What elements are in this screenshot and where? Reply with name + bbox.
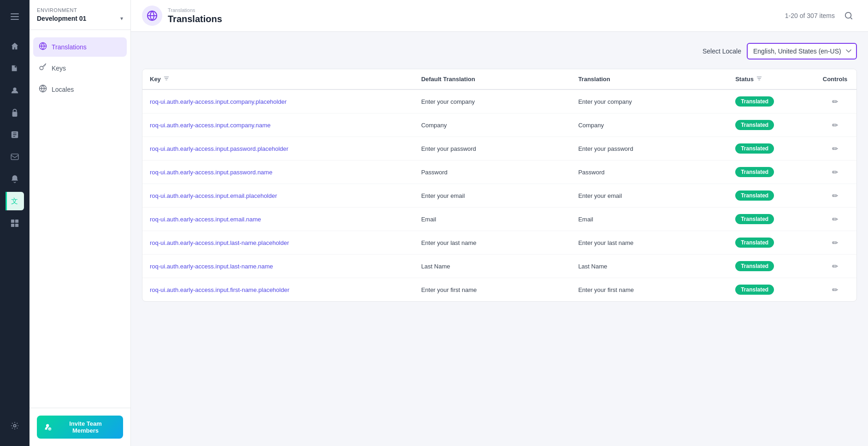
cell-default-translation: Enter your company [414, 89, 571, 113]
sidebar-item-locales[interactable]: Locales [33, 80, 127, 99]
svg-point-12 [13, 424, 16, 427]
cell-default-translation: Email [414, 208, 571, 231]
sidebar-item-keys-label: Keys [52, 65, 66, 72]
nav-tasks-icon[interactable] [6, 125, 24, 144]
status-badge: Translated [735, 167, 774, 177]
cell-controls: ✏ [814, 278, 856, 302]
breadcrumb: Translations [168, 7, 222, 13]
cell-translation: Enter your last name [571, 231, 728, 255]
svg-point-13 [40, 66, 43, 70]
cell-controls: ✏ [814, 231, 856, 255]
cell-controls: ✏ [814, 255, 856, 278]
edit-button[interactable]: ✏ [830, 261, 840, 272]
page-title-text: Translations Translations [168, 7, 222, 24]
sidebar-item-keys[interactable]: Keys [33, 59, 127, 78]
search-button[interactable] [840, 7, 857, 24]
cell-translation: Enter your company [571, 89, 728, 113]
invite-team-members-button[interactable]: Invite Team Members [37, 416, 123, 439]
sidebar-footer: Invite Team Members [30, 408, 130, 446]
cell-default-translation: Company [414, 113, 571, 137]
nav-home-icon[interactable] [6, 37, 24, 55]
edit-button[interactable]: ✏ [830, 214, 840, 225]
status-badge: Translated [735, 190, 774, 201]
svg-rect-2 [11, 19, 19, 20]
page-icon [142, 6, 162, 26]
nav-users-icon[interactable] [6, 81, 24, 100]
status-badge: Translated [735, 214, 774, 224]
globe-icon [39, 84, 47, 95]
table-row: roq-ui.auth.early-access.input.email.pla… [142, 184, 856, 208]
edit-button[interactable]: ✏ [830, 190, 840, 202]
svg-rect-11 [15, 224, 18, 227]
locale-selector-row: Select Locale English, United States (en… [142, 43, 857, 59]
status-filter-icon[interactable] [756, 76, 762, 83]
nav-menu-icon[interactable] [6, 7, 24, 26]
sidebar-header: Environment Development 01 ▾ [30, 0, 130, 30]
cell-translation: Enter your password [571, 137, 728, 161]
environment-name: Development 01 [37, 15, 86, 22]
translate-icon [39, 42, 47, 52]
svg-rect-4 [12, 112, 18, 117]
locale-select[interactable]: English, United States (en-US) French (f… [747, 43, 857, 59]
nav-mail-icon[interactable] [6, 148, 24, 166]
page-title-area: Translations Translations [142, 6, 222, 26]
svg-rect-8 [11, 220, 14, 223]
sidebar-navigation: Translations Keys Locales [30, 30, 130, 408]
cell-translation: Last Name [571, 255, 728, 278]
nav-blocks-icon[interactable] [6, 214, 24, 232]
cell-default-translation: Last Name [414, 255, 571, 278]
nav-access-icon[interactable] [6, 103, 24, 122]
cell-status: Translated [728, 184, 814, 208]
column-header-key: Key [142, 69, 414, 89]
svg-rect-0 [11, 13, 19, 14]
cell-controls: ✏ [814, 89, 856, 113]
edit-button[interactable]: ✏ [830, 167, 840, 178]
edit-button[interactable]: ✏ [830, 284, 840, 296]
cell-status: Translated [728, 161, 814, 184]
cell-controls: ✏ [814, 184, 856, 208]
column-header-default-translation: Default Translation [414, 69, 571, 89]
column-header-status: Status [728, 69, 814, 89]
cell-translation: Enter your first name [571, 278, 728, 302]
svg-rect-10 [11, 224, 14, 227]
sidebar-item-translations[interactable]: Translations [33, 37, 127, 57]
column-header-controls: Controls [814, 69, 856, 89]
cell-default-translation: Enter your first name [414, 278, 571, 302]
header-right: 1-20 of 307 items [785, 7, 857, 24]
svg-rect-6 [11, 154, 18, 160]
nav-translations-icon[interactable]: 文 [6, 192, 24, 210]
cell-key: roq-ui.auth.early-access.input.last-name… [142, 231, 414, 255]
cell-status: Translated [728, 278, 814, 302]
table-row: roq-ui.auth.early-access.input.first-nam… [142, 278, 856, 302]
edit-button[interactable]: ✏ [830, 119, 840, 131]
cell-translation: Enter your email [571, 184, 728, 208]
cell-key: roq-ui.auth.early-access.input.password.… [142, 137, 414, 161]
svg-point-3 [13, 88, 16, 91]
key-icon [39, 63, 47, 73]
table-row: roq-ui.auth.early-access.input.password.… [142, 161, 856, 184]
cell-default-translation: Enter your email [414, 184, 571, 208]
edit-button[interactable]: ✏ [830, 143, 840, 155]
edit-button[interactable]: ✏ [830, 237, 840, 249]
cell-key: roq-ui.auth.early-access.input.company.n… [142, 113, 414, 137]
cell-controls: ✏ [814, 208, 856, 231]
cell-key: roq-ui.auth.early-access.input.email.pla… [142, 184, 414, 208]
cell-key: roq-ui.auth.early-access.input.company.p… [142, 89, 414, 113]
cell-translation: Email [571, 208, 728, 231]
key-filter-icon[interactable] [164, 76, 169, 83]
cell-key: roq-ui.auth.early-access.input.email.nam… [142, 208, 414, 231]
edit-button[interactable]: ✏ [830, 96, 840, 107]
main-content: Translations Translations 1-20 of 307 it… [131, 0, 868, 446]
table-row: roq-ui.auth.early-access.input.company.n… [142, 113, 856, 137]
table-row: roq-ui.auth.early-access.input.last-name… [142, 255, 856, 278]
top-header: Translations Translations 1-20 of 307 it… [131, 0, 868, 32]
cell-controls: ✏ [814, 137, 856, 161]
environment-label: Environment [37, 7, 123, 13]
cell-controls: ✏ [814, 161, 856, 184]
nav-notifications-icon[interactable] [6, 170, 24, 188]
nav-settings-icon[interactable] [6, 416, 24, 435]
svg-point-15 [845, 12, 851, 18]
nav-files-icon[interactable] [6, 59, 24, 77]
environment-selector[interactable]: Development 01 ▾ [37, 15, 123, 22]
cell-default-translation: Password [414, 161, 571, 184]
